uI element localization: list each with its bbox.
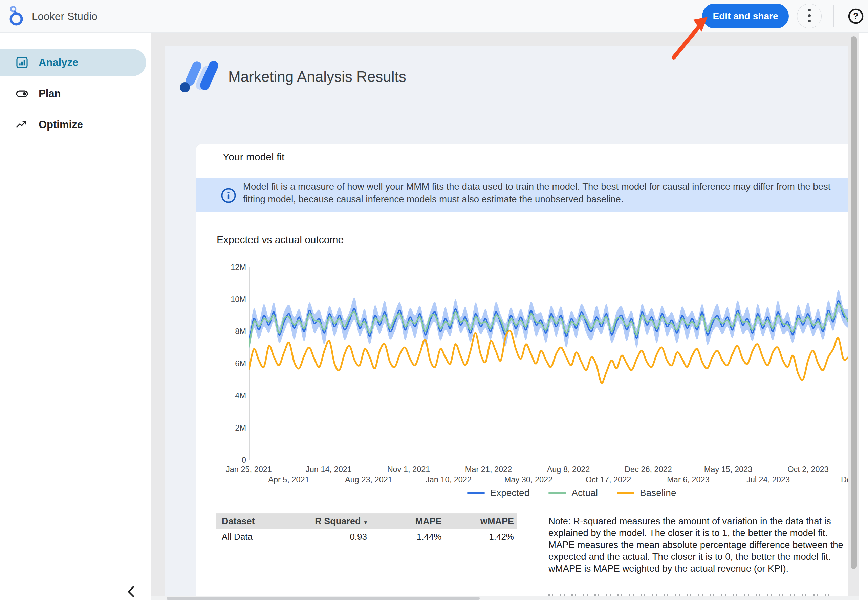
model-fit-table: DatasetR Squared▾MAPEwMAPE All Data0.931… bbox=[216, 514, 517, 597]
kebab-menu-button[interactable] bbox=[797, 4, 822, 29]
topbar-divider bbox=[833, 5, 834, 27]
table-cell: 1.44% bbox=[382, 529, 451, 545]
sidebar-item-label: Plan bbox=[39, 88, 61, 100]
table-header-mape[interactable]: MAPE bbox=[382, 514, 451, 529]
x-axis-tick: Jul 24, 2023 bbox=[736, 475, 800, 484]
svg-text:?: ? bbox=[853, 11, 858, 21]
sort-desc-icon: ▾ bbox=[364, 519, 367, 526]
y-axis-tick: 2M bbox=[165, 423, 246, 432]
x-axis-tick: Dec 26, 2022 bbox=[616, 465, 681, 474]
y-axis-tick: 0 bbox=[165, 456, 246, 464]
x-axis-tick: May 15, 2023 bbox=[696, 465, 760, 474]
sidebar-item-optimize[interactable]: Optimize bbox=[0, 111, 146, 138]
looker-studio-screen: Looker Studio Edit and share ? Analy bbox=[0, 0, 868, 600]
y-axis-tick: 8M bbox=[165, 327, 246, 336]
info-icon bbox=[221, 188, 236, 205]
x-axis-tick: Mar 6, 2023 bbox=[656, 475, 721, 484]
y-axis-tick: 4M bbox=[165, 391, 246, 400]
vertical-scrollbar-thumb[interactable] bbox=[851, 36, 857, 569]
legend-label: Baseline bbox=[640, 488, 676, 498]
legend-item-baseline: Baseline bbox=[617, 488, 676, 498]
meridian-logo bbox=[179, 59, 219, 94]
table-cell: All Data bbox=[216, 529, 306, 545]
table-cell: 0.93 bbox=[306, 529, 382, 545]
analyze-chart-icon bbox=[15, 56, 29, 69]
app-title: Looker Studio bbox=[32, 11, 97, 23]
app-brand: Looker Studio bbox=[9, 0, 97, 33]
legend-item-expected: Expected bbox=[467, 488, 530, 498]
help-button[interactable]: ? bbox=[848, 8, 864, 24]
horizontal-scrollbar-thumb[interactable] bbox=[167, 597, 480, 600]
info-banner-text: Model fit is a measure of how well your … bbox=[243, 180, 848, 205]
chart-legend: ExpectedActualBaseline bbox=[272, 488, 848, 498]
horizontal-scrollbar-track[interactable] bbox=[151, 596, 859, 600]
x-axis-tick: Apr 5, 2021 bbox=[257, 475, 321, 484]
x-axis-tick: Oct 17, 2022 bbox=[576, 475, 640, 484]
x-axis-tick: Jan 10, 2022 bbox=[417, 475, 481, 484]
main-content: Marketing Analysis Results Your model fi… bbox=[151, 33, 868, 600]
note-text: Note: R-squared measures the amount of v… bbox=[549, 515, 848, 574]
legend-swatch bbox=[549, 492, 566, 494]
y-axis-tick: 12M bbox=[165, 263, 246, 271]
x-axis-tick: Jan 25, 2021 bbox=[217, 465, 281, 474]
sidebar-item-label: Analyze bbox=[39, 56, 78, 69]
legend-swatch bbox=[617, 492, 634, 494]
sidebar: AnalyzePlanOptimize bbox=[0, 33, 151, 600]
title-divider bbox=[171, 96, 848, 96]
table-cell: 1.42% bbox=[451, 529, 517, 545]
x-axis-tick: Mar 21, 2022 bbox=[456, 465, 521, 474]
toggle-icon bbox=[15, 87, 29, 100]
table-header-r-squared[interactable]: R Squared▾ bbox=[306, 514, 382, 529]
sidebar-item-label: Optimize bbox=[39, 119, 83, 131]
x-axis-tick: Aug 23, 2021 bbox=[336, 475, 401, 484]
top-bar: Looker Studio Edit and share ? bbox=[0, 0, 868, 33]
chart-title: Expected vs actual outcome bbox=[217, 234, 344, 245]
x-axis-tick: Dec bbox=[816, 475, 848, 484]
sidebar-item-plan[interactable]: Plan bbox=[0, 80, 146, 107]
legend-label: Actual bbox=[572, 488, 598, 498]
table-header-dataset[interactable]: Dataset bbox=[216, 514, 306, 529]
right-edge bbox=[859, 33, 868, 600]
y-axis-tick: 10M bbox=[165, 295, 246, 304]
x-axis-tick: Nov 1, 2021 bbox=[377, 465, 441, 474]
report-header: Marketing Analysis Results bbox=[179, 59, 406, 94]
report-canvas: Marketing Analysis Results Your model fi… bbox=[165, 46, 848, 597]
x-axis-tick: Jun 14, 2021 bbox=[296, 465, 361, 474]
edit-and-share-button[interactable]: Edit and share bbox=[702, 4, 789, 29]
sidebar-collapse-button[interactable] bbox=[123, 583, 140, 600]
looker-logo-icon bbox=[9, 5, 24, 29]
x-axis-tick: Oct 2, 2023 bbox=[776, 465, 840, 474]
card-heading: Your model fit bbox=[223, 151, 284, 163]
kebab-menu-icon bbox=[808, 8, 811, 24]
chevron-left-icon bbox=[125, 595, 137, 600]
table-row: All Data0.931.44%1.42% bbox=[216, 529, 517, 545]
report-title: Marketing Analysis Results bbox=[228, 68, 406, 85]
legend-item-actual: Actual bbox=[549, 488, 598, 498]
model-fit-chart bbox=[249, 267, 848, 460]
help-icon: ? bbox=[848, 20, 864, 25]
table-header-wmape[interactable]: wMAPE bbox=[451, 514, 517, 529]
sidebar-divider bbox=[0, 575, 151, 575]
trending-up-icon bbox=[15, 118, 29, 131]
legend-swatch bbox=[467, 492, 485, 494]
sidebar-item-analyze[interactable]: Analyze bbox=[0, 49, 146, 76]
legend-label: Expected bbox=[490, 488, 530, 498]
y-axis-tick: 6M bbox=[165, 359, 246, 368]
x-axis-tick: May 30, 2022 bbox=[496, 475, 561, 484]
x-axis-tick: Aug 8, 2022 bbox=[536, 465, 600, 474]
